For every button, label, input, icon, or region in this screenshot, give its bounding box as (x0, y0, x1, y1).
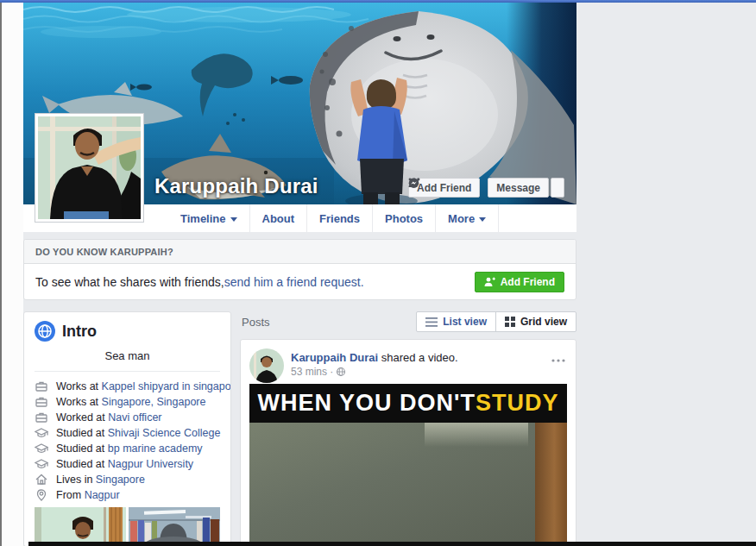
profile-name: Karuppaih Durai (154, 174, 318, 198)
tab-friends[interactable]: Friends (307, 204, 373, 232)
grid-icon (505, 317, 515, 327)
add-friend-label: Add Friend (417, 182, 471, 194)
video-frame (249, 423, 567, 546)
grid-view-button[interactable]: Grid view (496, 312, 576, 331)
intro-item-prefix: Works at (56, 380, 102, 392)
cover-more-options-button[interactable] (551, 178, 564, 198)
post-action: shared a video. (378, 351, 458, 364)
featured-photo-image (35, 507, 126, 546)
intro-item-link[interactable]: bp marine academy (108, 442, 203, 455)
tab-timeline[interactable]: Timeline (168, 204, 250, 232)
banner-add-friend-label: Add Friend (501, 276, 555, 288)
list-icon (425, 317, 438, 327)
intro-title: Intro (62, 323, 97, 341)
video-title-white: WHEN YOU DON'T (258, 390, 476, 417)
banner-add-friend-button[interactable]: Add Friend (475, 272, 564, 292)
post-author-link[interactable]: Karuppaih Durai (291, 351, 378, 364)
posts-column: Posts List view Grid view (240, 311, 576, 546)
sidebar: Intro Sea man Works at Kappel shipyard i… (23, 311, 231, 546)
list-view-label: List view (443, 316, 487, 328)
briefcase-icon (35, 380, 48, 393)
tab-more[interactable]: More (436, 204, 499, 232)
tab-about[interactable]: About (250, 204, 308, 232)
intro-item-prefix: From (56, 489, 85, 501)
grad-cap-icon (35, 426, 48, 440)
video-highlight (425, 423, 528, 447)
message-button[interactable]: Message (488, 178, 549, 198)
intro-item-lives: Lives in Singapore (35, 472, 220, 487)
intro-item-link[interactable]: Singapore, Singapore (102, 396, 206, 408)
privacy-globe-icon (336, 367, 346, 377)
intro-bio: Sea man (35, 349, 220, 362)
intro-item-prefix: Lives in (56, 474, 96, 486)
list-view-button[interactable]: List view (417, 312, 496, 331)
intro-item-education: Studied at Nagpur University (35, 456, 220, 472)
home-icon (35, 473, 48, 486)
tab-more-label: More (448, 212, 475, 225)
intro-item-work: Works at Singapore, Singapore (35, 394, 220, 410)
intro-item-prefix: Worked at (56, 411, 108, 424)
ellipsis-icon (551, 359, 565, 362)
featured-photos (35, 507, 220, 546)
post-author-avatar[interactable] (249, 348, 284, 383)
caret-down-icon (479, 217, 486, 222)
left-margin (0, 3, 23, 546)
featured-photo[interactable] (35, 507, 126, 546)
intro-item-from: From Nagpur (35, 487, 220, 503)
divider (35, 371, 220, 372)
profile-picture[interactable] (35, 113, 144, 223)
cover-actions: Add Friend Message (408, 178, 564, 198)
video-door-edge (535, 423, 567, 546)
grid-view-label: Grid view (520, 316, 567, 328)
intro-item-link[interactable]: Kappel shipyard in singapore (102, 380, 231, 392)
banner-text: To see what he shares with friends, (35, 275, 224, 289)
caret-down-icon (230, 217, 237, 222)
tab-photos-label: Photos (385, 212, 423, 225)
friend-request-link[interactable]: send him a friend request. (224, 275, 364, 289)
tab-friends-label: Friends (319, 212, 360, 225)
intro-item-work: Works at Kappel shipyard in singapore (35, 379, 220, 394)
video-title-yellow: STUDY (476, 390, 559, 417)
intro-item-prefix: Studied at (56, 442, 108, 455)
window-left-edge (0, 3, 2, 546)
post-timestamp[interactable]: 53 mins · (291, 366, 333, 378)
intro-item-link[interactable]: Navi officer (108, 411, 161, 424)
intro-item-work: Worked at Navi officer (35, 410, 220, 425)
post: Karuppaih Durai shared a video. 53 mins … (240, 339, 576, 546)
avatar-image (249, 348, 284, 383)
ellipsis-icon (408, 178, 420, 181)
tab-timeline-label: Timeline (180, 212, 226, 225)
briefcase-icon (35, 411, 48, 424)
post-options-button[interactable] (551, 350, 565, 366)
shared-video[interactable]: WHEN YOU DON'T STUDY (249, 384, 567, 546)
profile-picture-image (38, 116, 141, 219)
briefcase-icon (35, 395, 48, 409)
grad-cap-icon (35, 457, 48, 471)
friend-request-banner: DO YOU KNOW KARUPPAIH? To see what he sh… (23, 239, 576, 300)
intro-item-prefix: Works at (56, 396, 102, 408)
intro-item-link[interactable]: Shivaji Science College (108, 427, 221, 439)
posts-header: Posts (240, 316, 270, 329)
intro-item-link[interactable]: Nagpur University (108, 458, 193, 470)
page-content: Karuppaih Durai Add Friend Message Timel… (23, 3, 576, 546)
globe-badge-icon (35, 321, 55, 342)
pin-icon (35, 488, 48, 502)
tab-about-label: About (262, 212, 295, 225)
window-bottom-bar (28, 542, 756, 546)
intro-item-education: Studied at Shivaji Science College (35, 425, 220, 441)
grad-cap-icon (35, 442, 48, 455)
intro-item-prefix: Studied at (56, 458, 108, 470)
banner-header: DO YOU KNOW KARUPPAIH? (24, 240, 576, 264)
tab-photos[interactable]: Photos (373, 204, 436, 232)
message-label: Message (496, 182, 540, 194)
window-top-bar (0, 0, 756, 3)
intro-item-prefix: Studied at (56, 427, 108, 439)
featured-photo-image (129, 507, 220, 546)
view-toggle: List view Grid view (416, 311, 576, 332)
video-title-bar: WHEN YOU DON'T STUDY (249, 384, 567, 423)
intro-item-link[interactable]: Singapore (96, 474, 145, 486)
intro-item-link[interactable]: Nagpur (85, 489, 120, 501)
add-friend-icon (484, 277, 495, 287)
intro-card: Intro Sea man Works at Kappel shipyard i… (23, 311, 231, 546)
featured-photo[interactable] (129, 507, 220, 546)
